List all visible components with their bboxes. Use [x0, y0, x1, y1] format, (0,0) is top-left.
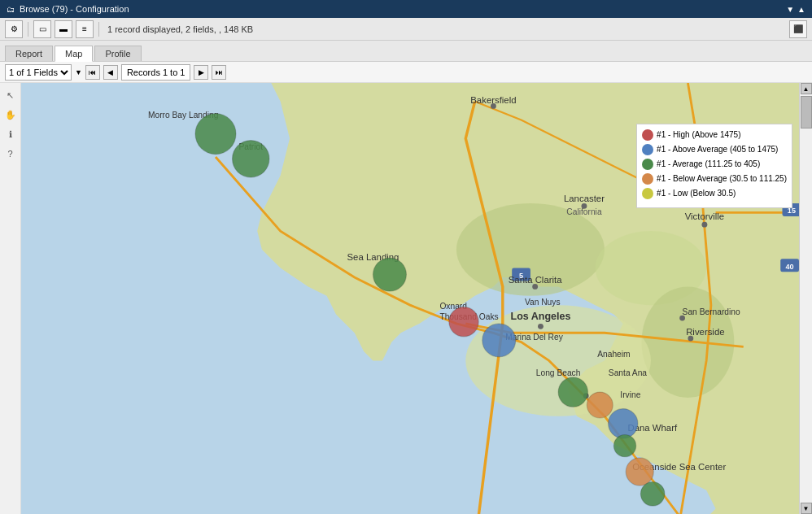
- main-content: ↖ ✋ ℹ ?: [0, 83, 812, 514]
- tab-profile[interactable]: Profile: [94, 46, 141, 61]
- scroll-down-btn[interactable]: ▼: [801, 503, 812, 514]
- svg-text:Lancaster: Lancaster: [564, 194, 605, 203]
- svg-text:Bakersfield: Bakersfield: [470, 95, 516, 105]
- svg-point-14: [702, 222, 708, 228]
- prev-record-btn[interactable]: ◀: [103, 65, 118, 80]
- view-double-btn[interactable]: ▬: [55, 20, 72, 38]
- legend-label-below-avg: #1 - Below Average (30.5 to 111.25): [657, 174, 787, 184]
- legend-item-low: #1 - Low (Below 30.5): [642, 188, 787, 199]
- svg-text:Riverside: Riverside: [686, 327, 724, 337]
- toolbar-separator2: [98, 22, 99, 37]
- legend-dot-avg: [642, 159, 653, 170]
- legend-label-low: #1 - Low (Below 30.5): [657, 189, 736, 198]
- next-record-btn[interactable]: ▶: [194, 65, 208, 80]
- svg-point-47: [373, 258, 406, 291]
- svg-point-18: [688, 336, 693, 342]
- svg-text:Los Angeles: Los Angeles: [511, 311, 571, 322]
- svg-point-46: [232, 141, 269, 178]
- view-single-btn[interactable]: ▭: [33, 20, 51, 38]
- last-record-btn[interactable]: ⏭: [212, 65, 226, 80]
- info-icon[interactable]: ℹ: [3, 127, 18, 142]
- settings-icon-btn[interactable]: ⚙: [5, 20, 23, 38]
- legend-item-avg: #1 - Average (111.25 to 405): [642, 159, 787, 170]
- app-icon: 🗂: [7, 5, 15, 14]
- legend-label-avg: #1 - Average (111.25 to 405): [657, 159, 760, 169]
- pan-icon[interactable]: ✋: [3, 107, 18, 122]
- toolbar-separator: [28, 22, 28, 37]
- view-triple-btn[interactable]: ≡: [76, 20, 94, 38]
- first-record-btn[interactable]: ⏮: [85, 65, 100, 80]
- legend-dot-above-avg: [642, 144, 653, 155]
- legend-dot-below-avg: [642, 173, 653, 185]
- svg-point-45: [195, 114, 236, 155]
- legend-dot-high: [642, 129, 653, 141]
- title-bar: 🗂 Browse (79) - Configuration ▼ ▲: [0, 0, 812, 18]
- svg-point-17: [679, 316, 685, 321]
- svg-text:Santa Clarita: Santa Clarita: [509, 275, 562, 285]
- svg-point-48: [449, 307, 478, 336]
- svg-point-52: [609, 409, 638, 438]
- config-icon-btn[interactable]: ⬛: [789, 20, 807, 38]
- record-status: 1 record displayed, 2 fields, , 148 KB: [107, 24, 253, 34]
- svg-text:40: 40: [786, 263, 794, 271]
- svg-text:San Bernardino: San Bernardino: [683, 307, 740, 316]
- map-legend: #1 - High (Above 1475) #1 - Above Averag…: [636, 124, 792, 208]
- tab-report[interactable]: Report: [5, 46, 53, 61]
- svg-point-16: [538, 324, 544, 329]
- legend-label-high: #1 - High (Above 1475): [657, 130, 740, 140]
- tab-bar: Report Map Profile: [0, 41, 812, 62]
- svg-point-53: [613, 434, 635, 456]
- map-container[interactable]: 5 15 40 Bakersfield Lancaster California…: [21, 83, 799, 514]
- left-sidebar: ↖ ✋ ℹ ?: [0, 83, 21, 514]
- tab-map[interactable]: Map: [55, 46, 93, 62]
- svg-point-49: [482, 324, 516, 357]
- svg-point-50: [558, 377, 587, 407]
- svg-text:Anaheim: Anaheim: [597, 350, 630, 359]
- svg-text:California: California: [566, 207, 602, 216]
- svg-text:Santa Ana: Santa Ana: [609, 368, 648, 377]
- toolbar: ⚙ ▭ ▬ ≡ 1 record displayed, 2 fields, , …: [0, 18, 812, 41]
- svg-point-55: [640, 482, 665, 507]
- legend-dot-low: [642, 188, 653, 199]
- record-display: Records 1 to 1: [121, 64, 191, 81]
- cursor-icon[interactable]: ↖: [3, 88, 18, 102]
- legend-item-below-avg: #1 - Below Average (30.5 to 111.25): [642, 173, 787, 185]
- legend-label-above-avg: #1 - Above Average (405 to 1475): [657, 145, 778, 155]
- svg-point-54: [626, 458, 653, 486]
- legend-item-above-avg: #1 - Above Average (405 to 1475): [642, 144, 787, 155]
- dropdown-arrow: ▼: [75, 68, 82, 76]
- scrollbar-thumb[interactable]: [801, 96, 812, 128]
- fields-select[interactable]: 1 of 1 Fields: [5, 64, 72, 81]
- window-title: Browse (79) - Configuration: [20, 4, 129, 14]
- right-scrollbar[interactable]: ▲ ▼: [799, 83, 812, 514]
- scroll-up-btn[interactable]: ▲: [801, 83, 812, 94]
- svg-text:Victorville: Victorville: [685, 211, 724, 221]
- svg-text:Irvine: Irvine: [620, 390, 640, 399]
- legend-item-high: #1 - High (Above 1475): [642, 129, 787, 141]
- svg-text:Long Beach: Long Beach: [536, 368, 581, 377]
- svg-point-51: [587, 392, 613, 418]
- svg-point-15: [532, 284, 538, 290]
- minimize-icon[interactable]: ▼: [786, 5, 794, 14]
- svg-text:Van Nuys: Van Nuys: [525, 298, 561, 307]
- maximize-icon[interactable]: ▲: [797, 5, 805, 14]
- nav-bar: 1 of 1 Fields ▼ ⏮ ◀ Records 1 to 1 ▶ ⏭: [0, 62, 812, 83]
- help-icon[interactable]: ?: [3, 146, 18, 161]
